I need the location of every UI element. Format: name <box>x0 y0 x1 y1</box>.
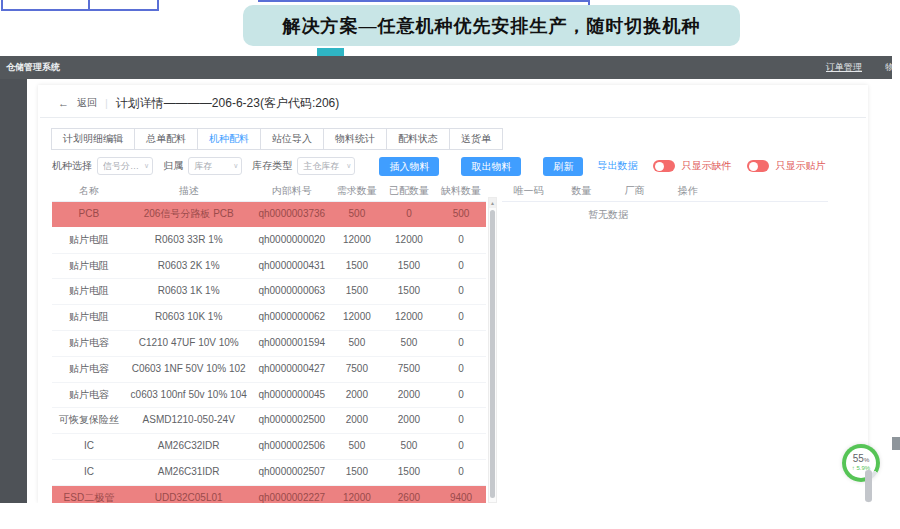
machine-select-value: 信号分路板 <box>103 160 141 173</box>
machine-select-label: 机种选择 <box>52 159 92 173</box>
tab-送货单[interactable]: 送货单 <box>449 128 503 150</box>
machine-select[interactable]: 信号分路板 ∨ <box>97 157 153 175</box>
page-title: 计划详情————206-6-23(客户代码:206) <box>116 95 339 112</box>
cell-matched: 2600 <box>382 486 436 503</box>
column-header: 数量 <box>555 180 608 201</box>
cell-desc: C0603 1NF 50V 10% 102 <box>126 357 252 382</box>
tab-计划明细编辑[interactable]: 计划明细编辑 <box>51 128 135 150</box>
chevron-down-icon: ∨ <box>144 162 149 170</box>
tab-站位导入[interactable]: 站位导入 <box>260 128 324 150</box>
column-header: 已配数量 <box>382 180 436 201</box>
table-scrollbar[interactable]: ▲ <box>488 197 497 503</box>
cell-name: IC <box>52 434 126 459</box>
show-shortage-only-toggle[interactable] <box>653 160 675 172</box>
cell-desc: AM26C32IDR <box>126 434 252 459</box>
cell-matched: 0 <box>382 202 436 227</box>
cell-need: 1500 <box>332 254 382 279</box>
right-table-divider <box>502 201 828 202</box>
back-arrow-icon[interactable]: ← <box>58 97 69 109</box>
show-smd-only-toggle[interactable] <box>747 160 769 172</box>
cell-lack: 0 <box>436 254 486 279</box>
table-row[interactable]: 贴片电阻R0603 10K 1%qh000000006212000120000 <box>52 305 486 331</box>
cell-desc: c0603 100nf 50v 10% 104 <box>126 383 252 408</box>
column-header: 名称 <box>52 180 126 201</box>
scrollbar-thumb[interactable] <box>490 210 495 498</box>
table-header-row: 名称描述内部料号需求数量已配数量缺料数量 <box>52 180 486 202</box>
breadcrumb: ← 返回 | 计划详情————206-6-23(客户代码:206) <box>58 90 339 116</box>
action-button-插入物料[interactable]: 插入物料 <box>379 157 439 176</box>
belong-select-label: 归属 <box>163 159 183 173</box>
tab-机种配料[interactable]: 机种配料 <box>197 128 261 150</box>
scroll-up-icon[interactable]: ▲ <box>489 198 496 208</box>
tab-总单配料[interactable]: 总单配料 <box>134 128 198 150</box>
filter-bar: 机种选择 信号分路板 ∨ 归属 库存 ∨ 库存类型 主仓库存 ∨ 插入物料取出物… <box>52 156 825 176</box>
belong-select[interactable]: 库存 ∨ <box>188 157 242 175</box>
cell-matched: 1500 <box>382 254 436 279</box>
empty-state-text: 暂无数据 <box>502 208 714 222</box>
app-title: 仓储管理系统 <box>6 56 60 79</box>
cell-matched: 500 <box>382 331 436 356</box>
deco-line <box>258 0 590 2</box>
cell-need: 7500 <box>332 357 382 382</box>
nav-order-management[interactable]: 订单管理 <box>826 56 862 79</box>
back-button[interactable]: 返回 <box>77 96 97 110</box>
cell-lack: 0 <box>436 408 486 433</box>
column-header: 描述 <box>126 180 252 201</box>
table-body: PCB206信号分路板 PCBqh00000037365000500贴片电阻R0… <box>52 202 486 503</box>
breadcrumb-underline <box>40 117 866 118</box>
cell-desc: ASMD1210-050-24V <box>126 408 252 433</box>
slide-title-callout: 解决方案—任意机种优先安排生产，随时切换机种 <box>243 5 740 46</box>
table-row[interactable]: 贴片电阻R0603 1K 1%qh0000000063150015000 <box>52 279 486 305</box>
chevron-down-icon: ∨ <box>233 162 238 170</box>
cell-code: qh0000002507 <box>252 460 332 485</box>
tab-物料统计[interactable]: 物料统计 <box>323 128 387 150</box>
app-header: 仓储管理系统 订单管理 物 <box>0 56 892 79</box>
table-row[interactable]: 可恢复保险丝ASMD1210-050-24Vqh0000002500200020… <box>52 408 486 434</box>
table-row[interactable]: ICAM26C32IDRqh00000025065005000 <box>52 434 486 460</box>
cell-matched: 500 <box>382 434 436 459</box>
cell-need: 2000 <box>332 408 382 433</box>
nav-partial-item[interactable]: 物 <box>885 56 892 79</box>
right-scrollbar-thumb[interactable] <box>865 470 872 502</box>
table-row[interactable]: 贴片电阻R0603 33R 1%qh000000002012000120000 <box>52 228 486 254</box>
cell-name: 可恢复保险丝 <box>52 408 126 433</box>
cell-desc: R0603 33R 1% <box>126 228 252 253</box>
app-sidebar-strip <box>0 79 27 503</box>
tab-配料状态[interactable]: 配料状态 <box>386 128 450 150</box>
table-row[interactable]: PCB206信号分路板 PCBqh00000037365000500 <box>52 202 486 228</box>
cell-name: 贴片电阻 <box>52 228 126 253</box>
cell-desc: UDD32C05L01 <box>126 486 252 503</box>
cell-code: qh0000000063 <box>252 279 332 304</box>
cell-code: qh0000002506 <box>252 434 332 459</box>
app-window: 仓储管理系统 订单管理 物 ← 返回 | 计划详情————206-6-23(客户… <box>0 56 892 503</box>
action-button-刷新[interactable]: 刷新 <box>543 157 583 176</box>
action-buttons: 插入物料取出物料刷新 <box>365 157 583 176</box>
cell-need: 500 <box>332 202 382 227</box>
table-row[interactable]: 贴片电容c0603 100nf 50v 10% 104qh00000000452… <box>52 383 486 409</box>
cell-name: 贴片电容 <box>52 357 126 382</box>
progress-percent: 55% <box>853 454 869 465</box>
cell-name: 贴片电容 <box>52 383 126 408</box>
materials-table: 名称描述内部料号需求数量已配数量缺料数量 PCB206信号分路板 PCBqh00… <box>52 180 486 503</box>
chevron-down-icon: ∨ <box>346 162 351 170</box>
cell-lack: 0 <box>436 279 486 304</box>
cell-need: 1500 <box>332 279 382 304</box>
table-row[interactable]: ESD二极管UDD32C05L01qh000000222712000260094… <box>52 486 486 503</box>
table-row[interactable]: 贴片电容C1210 47UF 10V 10%qh0000001594500500… <box>52 331 486 357</box>
cell-need: 12000 <box>332 305 382 330</box>
stock-type-select[interactable]: 主仓库存 ∨ <box>297 157 355 175</box>
show-shortage-only-label: 只显示缺件 <box>681 159 731 173</box>
action-button-取出物料[interactable]: 取出物料 <box>461 157 521 176</box>
column-header: 唯一码 <box>502 180 555 201</box>
right-table-header-row: 唯一码数量厂商操作 <box>502 180 714 201</box>
cell-lack: 0 <box>436 460 486 485</box>
cell-lack: 0 <box>436 331 486 356</box>
table-row[interactable]: 贴片电容C0603 1NF 50V 10% 102qh0000000427750… <box>52 357 486 383</box>
cell-name: 贴片电阻 <box>52 279 126 304</box>
table-row[interactable]: ICAM26C31IDRqh0000002507150015000 <box>52 460 486 486</box>
cell-need: 12000 <box>332 486 382 503</box>
cell-matched: 12000 <box>382 228 436 253</box>
export-data-link[interactable]: 导出数据 <box>597 159 637 173</box>
cell-matched: 7500 <box>382 357 436 382</box>
table-row[interactable]: 贴片电阻R0603 2K 1%qh0000000431150015000 <box>52 254 486 280</box>
